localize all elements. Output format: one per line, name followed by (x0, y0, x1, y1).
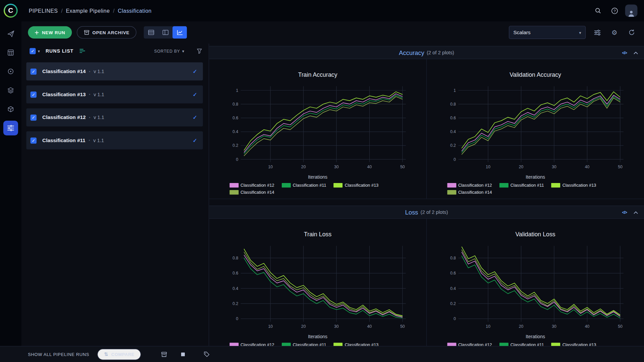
sorted-by-control[interactable]: SORTED BY ▾ (154, 49, 184, 53)
legend-item[interactable]: Classification #12 (447, 183, 492, 188)
legend-item[interactable]: Classification #12 (229, 183, 274, 188)
help-icon[interactable]: ? (609, 5, 620, 16)
run-checkbox[interactable]: ✓ (31, 114, 37, 120)
archive-runs-icon[interactable] (158, 349, 170, 360)
run-checkbox[interactable]: ✓ (31, 137, 37, 143)
svg-text:0.2: 0.2 (450, 301, 456, 306)
validation-loss-panel: Validation Loss 00.20.40.60.81020304050 … (426, 219, 644, 347)
run-version: v 1.1 (93, 137, 104, 143)
section-title: Accuracy (399, 49, 424, 56)
collapse-section-icon[interactable] (633, 208, 638, 216)
validation-accuracy-plot[interactable]: 00.20.40.60.811020304050 (444, 84, 627, 174)
svg-text:0: 0 (236, 157, 238, 162)
compare-button[interactable]: ⇅ COMPARE (98, 349, 141, 360)
svg-text:0.4: 0.4 (450, 286, 456, 291)
separator-dot: • (89, 138, 90, 142)
logo-wrap: C (0, 4, 21, 18)
collapse-section-icon[interactable] (633, 49, 638, 56)
legend-swatch-icon (551, 183, 560, 187)
svg-text:0: 0 (236, 316, 238, 321)
filter-icon[interactable] (197, 48, 202, 54)
nav-models-icon[interactable] (3, 83, 18, 98)
embed-code-icon[interactable]: </> (622, 210, 627, 214)
tags-icon[interactable] (201, 349, 212, 360)
legend-swatch-icon (499, 183, 508, 187)
breadcrumb-example-pipeline[interactable]: Example Pipeline (66, 8, 110, 14)
svg-text:0: 0 (453, 316, 456, 321)
chart-view-icon[interactable] (173, 26, 187, 39)
svg-text:30: 30 (552, 324, 556, 329)
breadcrumb-separator: / (61, 8, 62, 14)
gear-icon[interactable]: ⚙ (609, 27, 620, 38)
legend-item[interactable]: Classification #13 (334, 183, 379, 188)
svg-text:10: 10 (268, 324, 273, 329)
sorted-by-label: SORTED BY (154, 49, 180, 53)
split-view-icon[interactable] (158, 26, 173, 39)
breadcrumb-pipelines[interactable]: PIPELINES (29, 8, 58, 14)
bottom-bar: SHOW ALL PIPELINE RUNS ⇅ COMPARE (0, 346, 644, 362)
user-avatar[interactable] (625, 4, 638, 17)
refresh-icon[interactable] (626, 27, 637, 38)
run-row-classification-14[interactable]: ✓ Classification #14 • v 1.1 ✓ (26, 62, 203, 80)
open-archive-button[interactable]: OPEN ARCHIVE (77, 26, 137, 39)
train-accuracy-plot[interactable]: 00.20.40.60.811020304050 (226, 84, 409, 174)
x-axis-label: Iterations (209, 174, 426, 179)
svg-text:0.2: 0.2 (232, 301, 238, 306)
plot-canvas[interactable]: 00.20.40.60.811020304050 (226, 84, 409, 172)
embed-code-icon[interactable]: </> (622, 50, 627, 55)
show-all-pipeline-runs-link[interactable]: SHOW ALL PIPELINE RUNS (28, 352, 89, 357)
plot-canvas[interactable]: 00.20.40.60.81020304050 (444, 243, 627, 331)
nav-projects-icon[interactable] (3, 26, 18, 41)
separator-dot: • (89, 115, 90, 119)
legend-item[interactable]: Classification #11 (282, 183, 326, 188)
legend-item[interactable]: Classification #14 (447, 190, 492, 195)
train-accuracy-panel: Train Accuracy 00.20.40.60.811020304050 … (209, 59, 426, 198)
svg-text:20: 20 (519, 324, 523, 329)
svg-text:1: 1 (236, 88, 238, 93)
svg-text:50: 50 (400, 165, 405, 169)
abort-runs-icon[interactable] (177, 349, 189, 360)
run-row-classification-11[interactable]: ✓ Classification #11 • v 1.1 ✓ (26, 131, 203, 149)
nav-applications-icon[interactable] (3, 102, 18, 117)
legend-label: Classification #12 (240, 183, 274, 188)
runs-list-header: ✓ ▾ RUNS LIST SORTED BY ▾ (21, 44, 209, 58)
svg-text:0.4: 0.4 (450, 129, 456, 134)
validation-loss-plot[interactable]: 00.20.40.60.81020304050 (444, 243, 627, 333)
legend-item[interactable]: Classification #11 (499, 183, 544, 188)
plot-settings-icon[interactable] (591, 27, 603, 38)
clearml-logo[interactable]: C (4, 4, 18, 18)
svg-text:0.6: 0.6 (232, 116, 238, 120)
nav-datasets-icon[interactable] (3, 45, 18, 60)
breadcrumb-separator: / (113, 8, 114, 14)
runs-rows: ✓ Classification #14 • v 1.1 ✓ ✓ Classif… (21, 58, 209, 149)
legend-item[interactable]: Classification #14 (229, 190, 274, 195)
search-icon[interactable] (592, 5, 604, 16)
svg-text:30: 30 (334, 324, 339, 329)
legend-item[interactable]: Classification #13 (551, 183, 596, 188)
run-checkbox[interactable]: ✓ (31, 91, 37, 97)
svg-text:20: 20 (301, 324, 306, 329)
plot-canvas[interactable]: 00.20.40.60.81020304050 (226, 243, 409, 331)
nav-pipelines-icon[interactable] (3, 121, 18, 135)
svg-text:1: 1 (453, 88, 456, 93)
section-title: Loss (405, 209, 418, 216)
train-loss-plot[interactable]: 00.20.40.60.81020304050 (226, 243, 409, 333)
table-view-icon[interactable] (144, 26, 158, 39)
nav-reports-icon[interactable] (3, 64, 18, 79)
metric-select[interactable]: Scalars ▾ (509, 26, 586, 39)
custom-view-icon[interactable] (79, 48, 85, 53)
run-row-classification-12[interactable]: ✓ Classification #12 • v 1.1 ✓ (26, 108, 203, 126)
run-row-classification-13[interactable]: ✓ Classification #13 • v 1.1 ✓ (26, 85, 203, 104)
legend-label: Classification #12 (458, 183, 492, 188)
new-run-button[interactable]: NEW RUN (28, 26, 72, 39)
breadcrumb-classification[interactable]: Classification (118, 8, 152, 14)
svg-text:?: ? (613, 8, 616, 13)
chart-title: Validation Accuracy (427, 71, 644, 78)
compare-label: COMPARE (111, 352, 135, 357)
select-all-caret-icon[interactable]: ▾ (38, 49, 40, 53)
legend-swatch-icon (229, 183, 238, 187)
chevron-down-icon: ▾ (182, 49, 184, 53)
select-all-checkbox[interactable]: ✓ (30, 48, 36, 54)
run-checkbox[interactable]: ✓ (31, 68, 37, 74)
plot-canvas[interactable]: 00.20.40.60.811020304050 (444, 84, 627, 172)
